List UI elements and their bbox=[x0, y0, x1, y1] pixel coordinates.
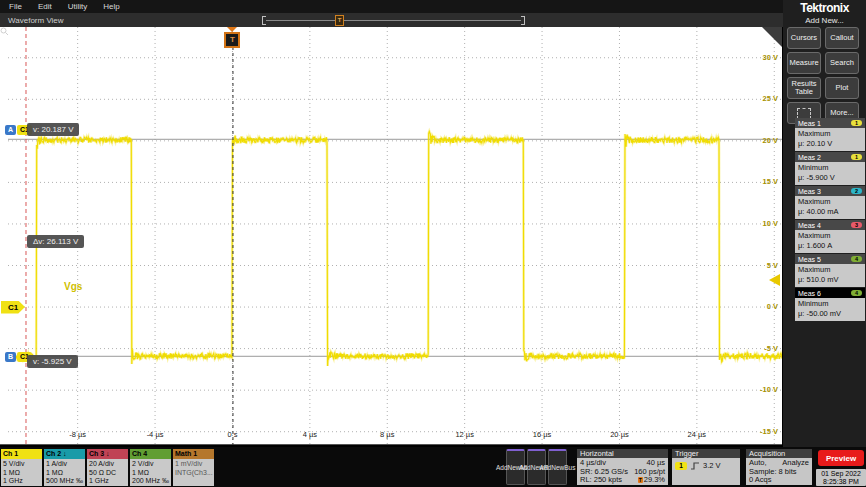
channel-badge-body: 1 mV/divINTG(Ch3... bbox=[173, 459, 214, 486]
horizontal-row: RL: 250 kptsT29.3% bbox=[580, 476, 665, 485]
meas-badge[interactable]: Meas 11Maximumμ: 20.10 V bbox=[795, 118, 865, 151]
trigger-badge[interactable]: Trigger 1 3.2 V bbox=[672, 449, 740, 485]
channel-setting: 200 MHz ‰ bbox=[132, 477, 171, 486]
menu-help[interactable]: Help bbox=[103, 2, 119, 11]
channel-setting: INTG(Ch3... bbox=[175, 469, 214, 478]
magnifier-icon bbox=[0, 27, 9, 36]
meas-stat: Maximum bbox=[798, 231, 862, 241]
horizontal-overview-bar[interactable]: T bbox=[262, 16, 525, 24]
x-tick-label: 8 µs bbox=[365, 430, 409, 439]
horizontal-row-right: T29.3% bbox=[638, 476, 665, 485]
meas-badge-header[interactable]: Meas 11 bbox=[795, 118, 865, 128]
time-text: 8:25:38 PM bbox=[816, 478, 866, 486]
oscilloscope-app: FileEditUtilityHelp Waveform View T 30 V… bbox=[0, 0, 866, 487]
meas-value: μ: 1.600 A bbox=[798, 241, 862, 251]
panel-button-plot[interactable]: Plot bbox=[825, 77, 859, 99]
y-tick-label: 15 V bbox=[744, 177, 778, 186]
y-tick-label: -15 V bbox=[744, 427, 778, 436]
horizontal-row-left: RL: 250 kpts bbox=[580, 476, 622, 485]
x-tick-label: 16 µs bbox=[520, 430, 564, 439]
measurement-badge-list: Meas 11Maximumμ: 20.10 VMeas 21Minimumμ:… bbox=[795, 118, 865, 322]
horizontal-badge-body: 4 µs/div40 µsSR: 6.25 GS/s160 ps/ptRL: 2… bbox=[577, 458, 668, 485]
channel-setting: 1 MΩ bbox=[3, 469, 42, 478]
panel-button-callout[interactable]: Callout bbox=[825, 27, 859, 49]
meas-badge-header[interactable]: Meas 21 bbox=[795, 152, 865, 162]
meas-badge[interactable]: Meas 43Maximumμ: 1.600 A bbox=[795, 220, 865, 253]
y-tick-label: -10 V bbox=[744, 385, 778, 394]
channel-badge-body: 2 V/div1 MΩ200 MHz ‰ bbox=[130, 459, 171, 486]
meas-source-pill: 3 bbox=[851, 222, 862, 228]
x-tick-label: 0 s bbox=[210, 430, 254, 439]
meas-badge-body: Maximumμ: 1.600 A bbox=[795, 230, 865, 253]
meas-badge[interactable]: Meas 21Minimumμ: -5.900 V bbox=[795, 152, 865, 185]
rising-edge-icon bbox=[690, 461, 700, 471]
channel-setting: 1 mV/div bbox=[175, 460, 214, 469]
ch1-trace-glow bbox=[8, 132, 782, 366]
tektronix-logo: Tektronix bbox=[783, 1, 866, 15]
meas-badge[interactable]: Meas 32Maximumμ: 40.00 mA bbox=[795, 186, 865, 219]
menu-file[interactable]: File bbox=[9, 2, 22, 11]
horizontal-badge-header: Horizontal bbox=[577, 449, 668, 458]
x-tick-label: -4 µs bbox=[133, 430, 177, 439]
cursor-b-value-label[interactable]: v: -5.925 V bbox=[27, 355, 78, 368]
channel-badge-body: 5 V/div1 MΩ1 GHz bbox=[1, 459, 42, 486]
meas-badge[interactable]: Meas 54Maximumμ: 510.0 mV bbox=[795, 254, 865, 287]
meas-badge-header[interactable]: Meas 64 bbox=[795, 288, 865, 298]
preview-button[interactable]: Preview bbox=[818, 450, 864, 466]
trigger-level-arrow[interactable] bbox=[769, 274, 780, 286]
meas-badge-header[interactable]: Meas 54 bbox=[795, 254, 865, 264]
y-tick-label: -5 V bbox=[744, 344, 778, 353]
channel-badge-ch4[interactable]: Ch 42 V/div1 MΩ200 MHz ‰ bbox=[130, 449, 171, 486]
channel-badges: Ch 15 V/div1 MΩ1 GHzCh 2 ↓1 A/div1 MΩ500… bbox=[1, 449, 214, 486]
x-tick-label: 24 µs bbox=[675, 430, 719, 439]
channel-setting: 1 GHz bbox=[3, 477, 42, 486]
trigger-position-flag[interactable]: T bbox=[224, 32, 240, 48]
ch1-trace[interactable] bbox=[8, 132, 782, 366]
channel-badge-ch1[interactable]: Ch 15 V/div1 MΩ1 GHz bbox=[1, 449, 42, 486]
cursor-delta-label[interactable]: Δv: 26.113 V bbox=[27, 235, 84, 248]
y-tick-label: 20 V bbox=[744, 136, 778, 145]
zoom-corner[interactable] bbox=[762, 27, 782, 47]
overview-trigger-marker[interactable]: T bbox=[335, 15, 344, 26]
meas-badge-header[interactable]: Meas 32 bbox=[795, 186, 865, 196]
meas-value: μ: 20.10 V bbox=[798, 139, 862, 149]
meas-source-pill: 1 bbox=[851, 154, 862, 160]
add-new-label: Add New... bbox=[783, 16, 866, 25]
horizontal-badge[interactable]: Horizontal 4 µs/div40 µsSR: 6.25 GS/s160… bbox=[577, 449, 668, 485]
channel-badge-header: Ch 1 bbox=[1, 449, 42, 459]
meas-stat: Minimum bbox=[798, 163, 862, 173]
menu-utility[interactable]: Utility bbox=[68, 2, 88, 11]
menu-edit[interactable]: Edit bbox=[38, 2, 52, 11]
meas-badge[interactable]: Meas 64Minimumμ: -50.00 mV bbox=[795, 288, 865, 321]
meas-name: Meas 5 bbox=[798, 256, 821, 263]
panel-button-measure[interactable]: Measure bbox=[787, 52, 821, 74]
acquisition-badge[interactable]: Acquisition Auto, Analyze Sample: 8 bits… bbox=[746, 449, 812, 485]
meas-value: μ: -50.00 mV bbox=[798, 309, 862, 319]
x-tick-label: 20 µs bbox=[597, 430, 641, 439]
bottom-bar: Ch 15 V/div1 MΩ1 GHzCh 2 ↓1 A/div1 MΩ500… bbox=[0, 447, 866, 487]
channel-badge-ch2[interactable]: Ch 2 ↓1 A/div1 MΩ500 MHz ‰ bbox=[44, 449, 85, 486]
channel-badge-math1[interactable]: Math 11 mV/divINTG(Ch3... bbox=[173, 449, 214, 486]
dashed-box-icon bbox=[797, 108, 811, 119]
cursor-a-value-label[interactable]: v: 20.187 V bbox=[27, 123, 79, 136]
meas-name: Meas 6 bbox=[798, 290, 821, 297]
meas-badge-body: Maximumμ: 40.00 mA bbox=[795, 196, 865, 219]
add-new-bus-button[interactable]: AddNewBus bbox=[548, 449, 567, 485]
y-tick-label: 30 V bbox=[744, 53, 778, 62]
channel-setting: 20 A/div bbox=[89, 460, 128, 469]
meas-badge-header[interactable]: Meas 43 bbox=[795, 220, 865, 230]
meas-source-pill: 4 bbox=[851, 290, 862, 296]
meas-value: μ: -5.900 V bbox=[798, 173, 862, 183]
overview-line bbox=[266, 20, 521, 21]
tab-waveform-view[interactable]: Waveform View bbox=[8, 16, 64, 25]
waveform-display[interactable]: 30 V25 V20 V15 V10 V5 V0 V-5 V-10 V-15 V… bbox=[0, 27, 782, 445]
channel-badge-ch3[interactable]: Ch 3 ↓20 A/div50 Ω DC1 GHz bbox=[87, 449, 128, 486]
acquisition-badge-body: Auto, Analyze Sample: 8 bits 0 Acqs bbox=[746, 458, 812, 485]
acquisition-badge-header: Acquisition bbox=[746, 449, 812, 458]
meas-name: Meas 4 bbox=[798, 222, 821, 229]
meas-name: Meas 2 bbox=[798, 154, 821, 161]
panel-button-search[interactable]: Search bbox=[825, 52, 859, 74]
y-tick-label: 25 V bbox=[744, 94, 778, 103]
panel-button-cursors[interactable]: Cursors bbox=[787, 27, 821, 49]
panel-button-results-table[interactable]: Results Table bbox=[787, 77, 821, 99]
